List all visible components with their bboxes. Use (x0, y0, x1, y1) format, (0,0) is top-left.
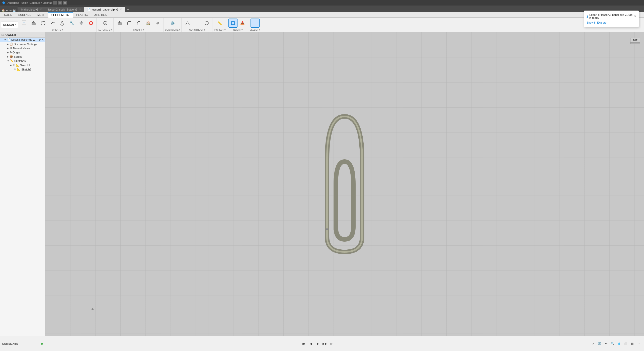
shell-button[interactable]: 🏠 (144, 19, 153, 28)
browser-sketch2[interactable]: 👁 📐 Sketch2 (0, 67, 45, 72)
viewport-render-icon[interactable]: 💧 (616, 341, 622, 346)
tab-final-project[interactable]: final project v1 ✕ (18, 7, 45, 12)
chamfer-button[interactable] (134, 19, 143, 28)
automate-btn1[interactable] (101, 19, 110, 28)
nav-first-button[interactable]: ⏮ (301, 341, 306, 346)
browser-bodies[interactable]: ▶ 📦 Bodies (0, 54, 45, 59)
inspect-btn1[interactable]: 📏 (215, 19, 224, 28)
combine-button[interactable]: ⊕ (153, 19, 162, 28)
bodies-chevron: ▶ (7, 55, 9, 58)
press-pull-button[interactable] (115, 19, 124, 28)
tab-paper-clip[interactable]: 📄 lesson3_paper clip v1 ✕ (84, 7, 125, 12)
viewport-orbit-icon[interactable]: 🔄 (597, 341, 602, 346)
tab-close-2[interactable]: ✕ (79, 8, 81, 11)
select-group-label[interactable]: SELECT ▾ (250, 29, 260, 31)
loft-button[interactable] (58, 19, 67, 28)
insert-btn1[interactable] (228, 19, 237, 28)
construct-btn2[interactable] (193, 19, 202, 28)
browser-sketch1[interactable]: ▶ 👁 📐 Sketch1 (0, 63, 45, 67)
viewport-fit-icon[interactable]: ↗ (590, 341, 596, 346)
combine-icon: ⊕ (155, 21, 160, 26)
viewport-wireframe-icon[interactable]: ⬜ (623, 341, 628, 346)
tab-soda-bottle[interactable]: lesson2_soda_Bottle v3 ✕ (45, 7, 84, 12)
sweep-button[interactable] (48, 19, 57, 28)
tab-label-1: final project v1 (21, 8, 38, 11)
notification-close-button[interactable]: ✕ (634, 15, 636, 18)
module-tab-plastic[interactable]: PLASTIC (73, 12, 91, 18)
nav-play-button[interactable]: ▶ (315, 341, 320, 346)
bodies-icon: 📦 (10, 55, 13, 58)
inspect-buttons: 📏 (215, 19, 224, 28)
bottom-toolbar: COMMENTS ⏮ ◀ ▶ ▶▶ ⏭ ↗ 🔄 ↩ 🔍 💧 ⬜ ▦ ⋯ (0, 336, 644, 351)
browser-origin[interactable]: ▶ ⊕ Origin (0, 50, 45, 54)
revolve-button[interactable] (39, 19, 48, 28)
sketch1-label: Sketch1 (20, 64, 30, 67)
web-button[interactable]: 🕸️ (77, 19, 86, 28)
construct-btn3[interactable] (202, 19, 211, 28)
create-group-label[interactable]: CREATE ▾ (52, 29, 63, 31)
fillet-button[interactable] (125, 19, 134, 28)
title-bar-title: Autodesk Fusion (Education License) (8, 1, 53, 4)
close-button[interactable]: ✕ (63, 1, 67, 5)
minimize-button[interactable]: ─ (53, 1, 57, 5)
title-bar: 🔷 Autodesk Fusion (Education License) ─ … (0, 0, 644, 6)
svg-point-6 (61, 24, 64, 25)
module-tab-sheet-metal[interactable]: SHEET METAL (48, 12, 73, 18)
construct-btn1[interactable] (183, 19, 192, 28)
browser-root-item[interactable]: ▼ 📄 lesson3_paper clip v1 ⚙ ✕ (0, 38, 45, 42)
insert-btn2[interactable]: 📥 (238, 19, 247, 28)
inspect-group-label[interactable]: INSPECT ▾ (214, 29, 225, 31)
doc-settings-label: Document Settings (14, 43, 37, 46)
sketch2-visibility-icon[interactable]: 👁 (14, 68, 16, 71)
browser-named-views[interactable]: ▶ 👁 Named Views (0, 46, 45, 50)
svg-point-7 (62, 21, 63, 22)
nav-last-button[interactable]: ⏭ (329, 341, 335, 346)
insert-group-label[interactable]: INSERT ▾ (233, 29, 243, 31)
redo-icon[interactable]: ↪ (9, 9, 12, 12)
doc-settings-chevron: ▶ (7, 43, 9, 45)
rib-button[interactable]: 🔧 (67, 19, 76, 28)
browser-doc-settings[interactable]: ▶ 📋 Document Settings (0, 42, 45, 46)
viewport-undo-icon[interactable]: ↩ (603, 341, 609, 346)
sketch1-icon: 📐 (16, 63, 19, 67)
modify-group-label[interactable]: MODIFY ▾ (133, 29, 144, 31)
browser-options-icon[interactable]: ⋯ (41, 33, 43, 36)
viewport-more-icon[interactable]: ⋯ (636, 341, 641, 346)
new-sketch-button[interactable] (20, 19, 29, 28)
sketches-icon: ✏️ (10, 59, 14, 62)
module-tab-surface[interactable]: SURFACE (15, 12, 34, 18)
undo-icon[interactable]: ↩ (6, 9, 8, 12)
save-icon[interactable]: 💾 (13, 9, 16, 12)
design-dropdown[interactable]: DESIGN ▾ (1, 22, 18, 28)
select-btn1[interactable] (251, 19, 260, 28)
tab-close-1[interactable]: ✕ (40, 8, 42, 11)
root-item-settings-icon[interactable]: ⚙ (38, 38, 41, 41)
root-item-close-icon[interactable]: ✕ (42, 38, 44, 41)
nav-fast-forward-button[interactable]: ▶▶ (322, 341, 328, 346)
view-cube-top[interactable]: TOP (630, 38, 640, 43)
maximize-button[interactable]: □ (58, 1, 62, 5)
automate-group-label[interactable]: AUTOMATE ▾ (98, 29, 112, 31)
nav-prev-button[interactable]: ◀ (308, 341, 313, 346)
revolve-icon (41, 21, 46, 26)
sketch1-visibility-icon[interactable]: 👁 (13, 64, 15, 66)
extrude-button[interactable] (29, 19, 38, 28)
configure-group-label[interactable]: CONFIGURE ▾ (165, 29, 181, 31)
canvas-area[interactable]: TOP (45, 32, 644, 336)
web-icon: 🕸️ (79, 21, 84, 26)
tab-close-3[interactable]: ✕ (120, 8, 122, 11)
configure-btn1[interactable]: ⚙️ (168, 19, 177, 28)
hole-button[interactable]: ⭕ (86, 19, 95, 28)
module-tab-utilities[interactable]: UTILITIES (91, 12, 110, 18)
home-icon[interactable]: 🏠 (2, 9, 5, 12)
notification-explorer-link[interactable]: Show in Explorer (587, 21, 607, 24)
viewport-zoom-icon[interactable]: 🔍 (610, 341, 615, 346)
sweep-icon (50, 21, 55, 26)
tab-add-button[interactable]: + (125, 7, 131, 12)
viewport-grid-icon[interactable]: ▦ (629, 341, 635, 346)
svg-line-15 (186, 22, 188, 25)
browser-sketches[interactable]: ▼ ✏️ Sketches (0, 59, 45, 63)
construct-group-label[interactable]: CONSTRUCT ▾ (189, 29, 205, 31)
module-tab-mesh[interactable]: MESH (34, 12, 48, 18)
module-tab-solid[interactable]: SOLID (1, 12, 15, 18)
